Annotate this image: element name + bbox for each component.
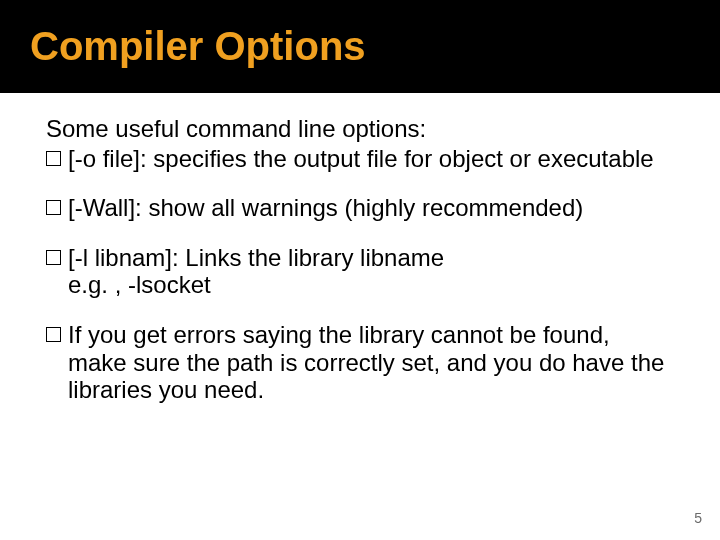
- bullet-text: [-Wall]: show all warnings (highly recom…: [68, 194, 583, 221]
- bullet-item: [-l libnam]: Links the library libname e…: [46, 244, 674, 299]
- bullet-item: [-o file]: specifies the output file for…: [46, 145, 674, 173]
- intro-text: Some useful command line options:: [46, 115, 674, 143]
- bullet-text: [-l libnam]: Links the library libname: [68, 244, 444, 271]
- bullet-text: [-o file]: specifies the output file for…: [68, 145, 654, 172]
- bullet-item: If you get errors saying the library can…: [46, 321, 674, 404]
- bullet-list: [-o file]: specifies the output file for…: [46, 145, 674, 404]
- page-number: 5: [694, 510, 702, 526]
- slide-body: Some useful command line options: [-o fi…: [0, 93, 720, 404]
- bullet-item: [-Wall]: show all warnings (highly recom…: [46, 194, 674, 222]
- slide: Compiler Options Some useful command lin…: [0, 0, 720, 540]
- bullet-text: If you get errors saying the library can…: [68, 321, 664, 403]
- bullet-subtext: e.g. , -lsocket: [68, 271, 674, 299]
- header-band: Compiler Options: [0, 0, 720, 93]
- slide-title: Compiler Options: [30, 24, 720, 69]
